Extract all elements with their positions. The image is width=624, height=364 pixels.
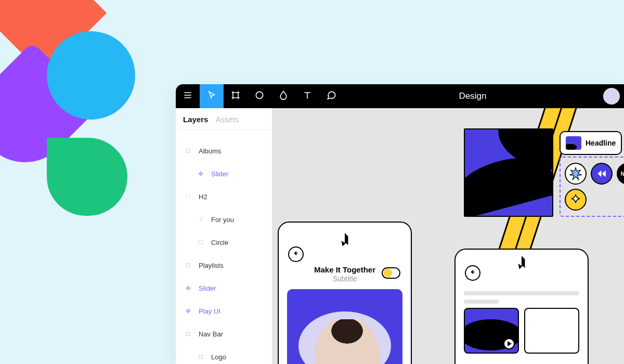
layer-label: Playlists <box>199 262 224 269</box>
layer-slider[interactable]: Slider <box>176 277 272 300</box>
frame-tool[interactable] <box>224 84 248 108</box>
blue-circle <box>47 31 135 120</box>
comment-tool[interactable] <box>319 84 343 108</box>
arrow-left-icon <box>469 268 476 278</box>
cursor-icon <box>207 90 216 102</box>
component-icon <box>184 284 192 292</box>
app-logo-icon <box>338 233 352 252</box>
component-icon <box>184 307 192 315</box>
layer-nav-bar[interactable]: Nav Bar <box>176 322 272 345</box>
frame-icon <box>184 330 192 338</box>
album-cover[interactable] <box>287 289 402 364</box>
selection-icon <box>184 192 192 201</box>
text-icon <box>302 90 313 102</box>
skeleton-line <box>464 300 499 304</box>
frame-icon <box>184 261 192 269</box>
toolbar: Design <box>176 84 624 108</box>
layer-playlists[interactable]: Playlists <box>176 254 272 277</box>
layer-list: AlbumsSliderH2For youCirclePlaylistsSlid… <box>176 130 272 364</box>
layer-for-you[interactable]: For you <box>176 208 272 231</box>
playlist-thumb-empty[interactable] <box>524 308 579 354</box>
frame-icon <box>197 353 205 361</box>
arrow-left-icon <box>292 250 300 259</box>
layer-label: Play UI <box>199 307 220 315</box>
svg-point-2 <box>199 240 203 244</box>
headline-label: Headline <box>586 139 616 147</box>
layer-label: Slider <box>199 284 216 292</box>
frame-icon <box>184 147 192 155</box>
phone-mockup-player[interactable]: Make It Together Subtitle <box>278 222 412 364</box>
tab-assets[interactable]: Assets <box>215 115 239 124</box>
toggle-knob <box>384 269 392 277</box>
back-button[interactable] <box>465 265 480 281</box>
layer-label: H2 <box>199 193 207 201</box>
starburst-sticker[interactable] <box>565 163 587 185</box>
play-icon[interactable] <box>503 338 515 349</box>
layer-logo[interactable]: Logo <box>176 345 272 364</box>
back-button[interactable] <box>288 246 304 262</box>
move-tool[interactable] <box>200 84 224 108</box>
layer-play-ui[interactable]: Play UI <box>176 300 272 322</box>
layer-label: Logo <box>211 353 226 361</box>
layer-h2[interactable]: H2 <box>176 185 272 208</box>
pen-tool[interactable] <box>271 84 295 108</box>
text-tool[interactable] <box>295 84 319 108</box>
brand-art <box>0 0 156 213</box>
artwork-frame[interactable] <box>464 128 553 217</box>
sticker-group[interactable]: NEW! <box>560 157 624 217</box>
svg-rect-1 <box>186 194 190 199</box>
layer-label: Slider <box>211 170 228 178</box>
layer-label: Circle <box>211 239 228 246</box>
svg-marker-3 <box>569 167 581 179</box>
app-logo-icon <box>515 256 528 275</box>
avatar[interactable] <box>602 87 621 106</box>
toggle-switch[interactable] <box>382 267 400 279</box>
layer-label: Nav Bar <box>199 330 223 338</box>
rewind-sticker[interactable] <box>591 163 613 185</box>
layer-circle[interactable]: Circle <box>176 231 272 254</box>
comment-icon <box>326 90 336 102</box>
design-window: Design Layers Assets AlbumsSliderH2For y… <box>176 84 624 364</box>
circle-icon <box>254 90 265 102</box>
pen-icon <box>278 90 289 102</box>
playlist-thumb[interactable] <box>464 308 519 354</box>
component-icon <box>197 170 205 178</box>
shape-tool[interactable] <box>248 84 271 108</box>
panel-tabs: Layers Assets <box>176 108 272 130</box>
layer-label: For you <box>211 216 234 224</box>
new-label: NEW! <box>621 171 624 177</box>
green-drop <box>47 138 127 216</box>
menu-icon <box>183 90 193 102</box>
layers-panel: Layers Assets AlbumsSliderH2For youCircl… <box>176 108 272 364</box>
svg-point-0 <box>256 92 263 98</box>
headline-component[interactable]: Headline <box>560 131 622 155</box>
layer-slider[interactable]: Slider <box>176 162 272 185</box>
canvas[interactable]: Headline NEW! <box>272 108 624 364</box>
thumbnail-icon <box>566 136 581 150</box>
frame-icon <box>230 90 241 102</box>
text-icon <box>197 215 205 224</box>
skeleton-content <box>464 291 579 354</box>
menu-button[interactable] <box>176 84 200 108</box>
skeleton-line <box>464 291 579 295</box>
phone-mockup-list[interactable] <box>454 249 589 364</box>
layer-albums[interactable]: Albums <box>176 139 272 162</box>
new-badge-sticker[interactable]: NEW! <box>617 163 624 185</box>
layer-label: Albums <box>199 147 221 155</box>
ellipse-icon <box>197 238 205 246</box>
file-title[interactable]: Design <box>343 91 602 101</box>
tab-layers[interactable]: Layers <box>183 115 208 124</box>
sparkle-sticker[interactable] <box>565 189 587 211</box>
